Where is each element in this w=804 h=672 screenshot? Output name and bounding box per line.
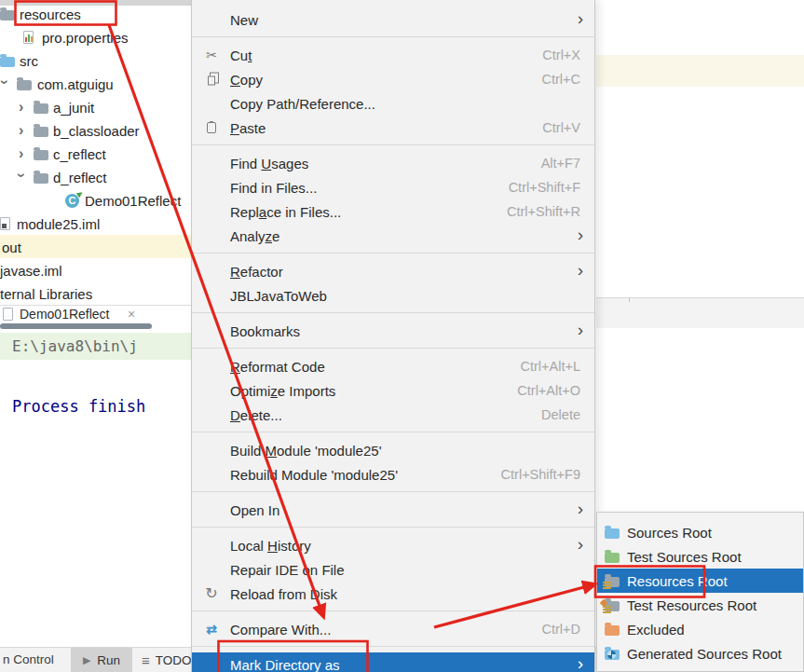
menu-item-cut[interactable]: ✂CutCtrl+X [192, 43, 594, 67]
menu-item-new[interactable]: New› [192, 7, 594, 32]
sources-root-folder-icon [605, 526, 620, 539]
submenu-arrow-icon: › [578, 535, 583, 553]
tree-item-javase-iml[interactable]: javase.iml [0, 258, 191, 281]
menu-item-shortcut: Ctrl+Shift+R [507, 204, 580, 219]
submenu-item-test-sources-root[interactable]: Test Sources Root [597, 544, 803, 569]
module-file-icon [0, 217, 10, 230]
submenu-item-test-resources-root[interactable]: Test Resources Root [597, 593, 803, 617]
submenu-item-excluded[interactable]: Excluded [597, 617, 803, 641]
submenu-arrow-icon: › [578, 261, 583, 279]
editor-tab-label: Demo01Reflect [20, 307, 110, 322]
close-icon[interactable]: × [128, 307, 135, 322]
menu-item-reformat-code[interactable]: Reformat CodeCtrl+Alt+L [192, 354, 594, 378]
menu-item-find-in-files-[interactable]: Find in Files...Ctrl+Shift+F [192, 175, 594, 199]
paste-icon [207, 122, 216, 133]
tree-item-b-classloader[interactable]: ›b_classloader [0, 118, 191, 142]
menu-item-mark-directory-as[interactable]: Mark Directory as› [192, 652, 594, 672]
run-label: Run [97, 653, 120, 667]
menu-item-label: Copy [230, 72, 263, 88]
tree-item-demo01reflect[interactable]: CDemo01Reflect [0, 188, 191, 212]
tree-item-d-reflect[interactable]: ›d_reflect [0, 165, 191, 188]
menu-item-paste[interactable]: PasteCtrl+V [192, 116, 594, 140]
menu-item-label: Find Usages [230, 156, 308, 171]
menu-item-label: Paste [230, 120, 266, 136]
menu-separator [192, 343, 594, 354]
menu-item-jbljavatoweb[interactable]: JBLJavaToWeb [192, 283, 594, 308]
editor-tab[interactable]: Demo01Reflect × [0, 306, 191, 323]
menu-item-copy-path-reference-[interactable]: Copy Path/Reference... [192, 91, 594, 116]
menu-item-label: JBLJavaToWeb [230, 288, 327, 304]
menu-item-replace-in-files-[interactable]: Replace in Files...Ctrl+Shift+R [192, 199, 594, 224]
menu-item-shortcut: Ctrl+C [542, 72, 581, 87]
tree-item-ternal-libraries[interactable]: ternal Libraries [0, 281, 191, 305]
menu-item-delete-[interactable]: Delete...Delete [192, 403, 594, 427]
statusbar-item-run[interactable]: ▶ Run [71, 648, 132, 672]
tree-item-c-reflect[interactable]: ›c_reflect [0, 142, 191, 165]
menu-item-label: Local History [230, 538, 311, 554]
menu-item-label: Analyze [230, 228, 279, 244]
tree-item-label: b_classloader [53, 122, 140, 138]
class-icon: C [65, 193, 81, 208]
menu-item-label: Reformat Code [230, 359, 325, 375]
statusbar-item-todo[interactable]: ≡ TODO [142, 648, 192, 672]
menu-item-repair-ide-on-file[interactable]: Repair IDE on File [192, 557, 594, 582]
tree-item-out[interactable]: out [0, 235, 191, 258]
folder-icon [34, 171, 48, 184]
folder-icon [0, 7, 15, 21]
menu-item-find-usages[interactable]: Find UsagesAlt+F7 [192, 151, 594, 175]
cut-icon: ✂ [206, 48, 217, 62]
menu-item-label: Optimize Imports [230, 383, 335, 399]
menu-item-reload-from-disk[interactable]: ↻Reload from Disk [192, 582, 594, 606]
menu-item-label: Delete... [230, 407, 282, 423]
menu-item-refactor[interactable]: Refactor› [192, 259, 594, 283]
submenu-item-label: Test Sources Root [627, 549, 742, 565]
submenu-item-sources-root[interactable]: Sources Root [597, 520, 803, 544]
tabbar-divider [629, 297, 630, 302]
menu-item-compare-with-[interactable]: ⇄Compare With...Ctrl+D [192, 617, 594, 641]
submenu-item-label: Resources Root [627, 573, 728, 589]
tree-item-resources[interactable]: resources [0, 2, 191, 25]
menu-separator [192, 487, 594, 498]
test-sources-folder-icon [605, 550, 620, 563]
tree-item-module25-iml[interactable]: module25.iml [0, 212, 191, 235]
submenu-item-resources-root[interactable]: Resources Root [597, 569, 803, 593]
menu-item-local-history[interactable]: Local History› [192, 533, 594, 557]
menu-separator [192, 522, 594, 533]
menu-item-shortcut: Ctrl+V [542, 120, 580, 135]
menu-item-rebuild-module-module25-[interactable]: Rebuild Module 'module25'Ctrl+Shift+F9 [192, 462, 594, 487]
menu-item-label: Cut [230, 48, 252, 63]
menu-item-shortcut: Ctrl+Alt+L [521, 359, 580, 374]
menu-item-open-in[interactable]: Open In› [192, 498, 594, 522]
tree-item-label: javase.iml [0, 262, 62, 278]
menu-item-shortcut: Ctrl+Shift+F [509, 180, 580, 195]
menu-item-analyze[interactable]: Analyze› [192, 224, 594, 248]
stack-icon [603, 582, 611, 589]
menu-item-shortcut: Alt+F7 [541, 156, 580, 171]
folder-icon [0, 54, 15, 67]
chevron-collapsed-icon: › [19, 122, 23, 137]
menu-item-label: Rebuild Module 'module25' [230, 467, 398, 483]
menu-item-optimize-imports[interactable]: Optimize ImportsCtrl+Alt+O [192, 378, 594, 403]
file-icon [3, 308, 13, 321]
chevron-expanded-icon: › [0, 79, 12, 84]
tree-item-pro-properties[interactable]: pro.properties [0, 25, 191, 48]
copy-icon [208, 76, 215, 86]
menu-separator [192, 606, 594, 617]
mark-directory-submenu: Sources RootTest Sources RootResources R… [596, 512, 804, 672]
menu-item-label: Reload from Disk [230, 586, 337, 602]
submenu-item-generated-sources-root[interactable]: Generated Sources Root [597, 641, 803, 665]
tree-item-a-junit[interactable]: ›a_junit [0, 95, 191, 118]
menu-item-label: Open In [230, 502, 279, 518]
folder-icon [34, 101, 48, 114]
submenu-arrow-icon: › [578, 500, 583, 517]
menu-item-build-module-module25-[interactable]: Build Module 'module25' [192, 438, 594, 462]
tree-item-com-atguigu[interactable]: ›com.atguigu [0, 72, 191, 95]
menu-item-copy[interactable]: CopyCtrl+C [192, 67, 594, 91]
statusbar-item-version-control[interactable]: n Control [3, 652, 54, 666]
submenu-item-label: Test Resources Root [627, 597, 756, 613]
menu-item-bookmarks[interactable]: Bookmarks› [192, 319, 594, 343]
menu-item-label: Replace in Files... [230, 204, 341, 220]
tree-item-label: resources [20, 6, 81, 21]
console-command-line: E:\java8\bin\j [0, 333, 191, 360]
tree-item-src[interactable]: src [0, 48, 191, 72]
